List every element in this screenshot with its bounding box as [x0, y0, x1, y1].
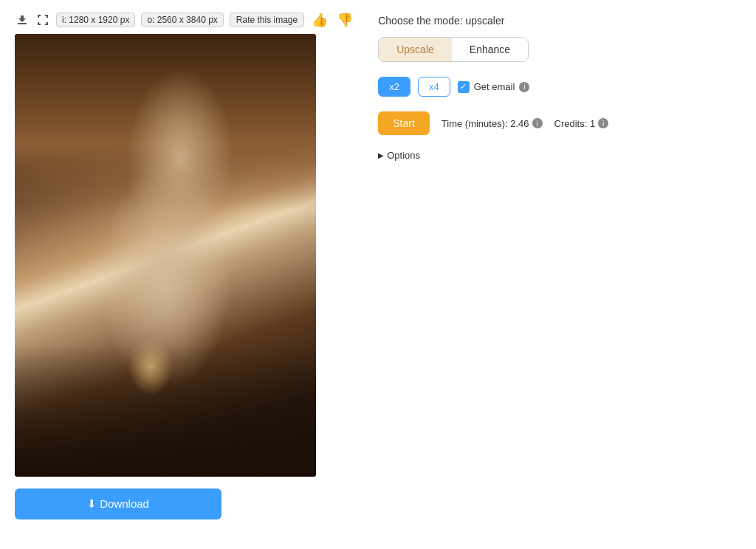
- mode-toggle: Upscale Enhance: [378, 37, 529, 62]
- right-panel: Choose the mode: upscaler Upscale Enhanc…: [378, 12, 741, 537]
- options-row: ▶ Options: [378, 150, 741, 161]
- mode-label: Choose the mode: upscaler: [378, 15, 741, 27]
- input-size-badge: i: 1280 x 1920 px: [56, 13, 135, 27]
- email-row: ✓ Get email i: [458, 81, 530, 93]
- thumbs-up-btn[interactable]: 👍: [310, 12, 329, 28]
- scale-row: x2 x4 ✓ Get email i: [378, 77, 741, 97]
- download-button[interactable]: ⬇ Download: [15, 488, 221, 519]
- left-panel: i: 1280 x 1920 px o: 2560 x 3840 px Rate…: [15, 12, 354, 537]
- fullscreen-icon-btn[interactable]: [35, 13, 50, 27]
- barista-overlay: [15, 34, 316, 477]
- main-container: i: 1280 x 1920 px o: 2560 x 3840 px Rate…: [0, 0, 756, 549]
- download-bar: ⬇ Download: [15, 488, 354, 519]
- download-icon-btn[interactable]: [15, 13, 30, 27]
- upscale-mode-btn[interactable]: Upscale: [379, 38, 452, 61]
- enhance-mode-btn[interactable]: Enhance: [452, 38, 528, 61]
- options-label: Options: [387, 150, 420, 161]
- email-info-icon[interactable]: i: [519, 82, 529, 92]
- credits-label: Credits: 1 i: [554, 118, 609, 129]
- image-toolbar: i: 1280 x 1920 px o: 2560 x 3840 px Rate…: [15, 12, 354, 28]
- image-preview: [15, 34, 316, 477]
- time-info-icon[interactable]: i: [532, 118, 543, 128]
- email-checkbox[interactable]: ✓: [458, 81, 470, 93]
- x4-scale-btn[interactable]: x4: [418, 77, 450, 97]
- time-label: Time (minutes): 2.46 i: [441, 118, 543, 129]
- thumbs-down-btn[interactable]: 👎: [335, 12, 354, 28]
- rate-image-btn[interactable]: Rate this image: [230, 13, 304, 27]
- options-triangle-icon: ▶: [378, 151, 384, 159]
- start-button[interactable]: Start: [378, 111, 430, 135]
- image-inner: [15, 34, 316, 477]
- output-size-badge: o: 2560 x 3840 px: [141, 13, 223, 27]
- credits-info-icon[interactable]: i: [598, 118, 608, 128]
- svg-rect-0: [18, 23, 27, 24]
- email-label: Get email: [474, 81, 515, 92]
- x2-scale-btn[interactable]: x2: [378, 77, 410, 97]
- action-row: Start Time (minutes): 2.46 i Credits: 1 …: [378, 111, 741, 135]
- options-toggle-btn[interactable]: ▶ Options: [378, 150, 420, 161]
